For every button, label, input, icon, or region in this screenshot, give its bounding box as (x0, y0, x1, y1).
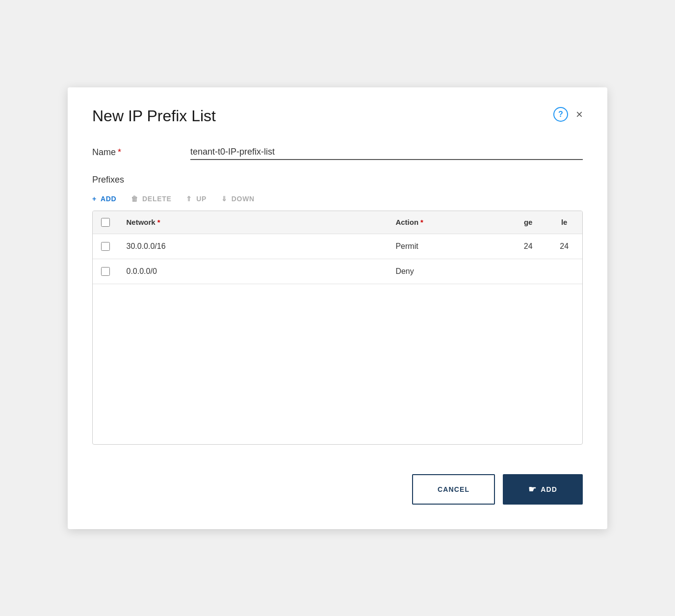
row1-checkbox-cell (93, 234, 119, 259)
name-label: Name* (92, 147, 190, 158)
row2-checkbox-cell (93, 259, 119, 284)
close-icon[interactable]: × (576, 108, 583, 120)
row2-network[interactable]: 0.0.0.0/0 (119, 259, 388, 284)
select-all-checkbox[interactable] (101, 218, 110, 227)
empty-table-row (93, 284, 582, 406)
table-row: 0.0.0.0/0 Deny (93, 259, 582, 284)
down-button-label: DOWN (232, 195, 255, 203)
row1-action[interactable]: Permit (388, 234, 510, 259)
delete-button[interactable]: 🗑 DELETE (131, 195, 171, 203)
row1-ge[interactable]: 24 (510, 234, 546, 259)
th-ge: ge (510, 211, 546, 234)
add-button[interactable]: ☛ ADD (503, 474, 583, 505)
prefixes-label: Prefixes (92, 175, 583, 185)
help-icon[interactable]: ? (553, 107, 568, 122)
up-button-label: UP (196, 195, 207, 203)
row2-checkbox[interactable] (101, 267, 110, 276)
row2-le[interactable] (546, 259, 582, 284)
down-icon: ⇓ (221, 195, 228, 203)
up-button[interactable]: ⇑ UP (186, 195, 207, 203)
prefixes-toolbar: + ADD 🗑 DELETE ⇑ UP ⇓ DOWN (92, 195, 583, 203)
new-ip-prefix-list-dialog: New IP Prefix List ? × Name* Prefixes + … (68, 87, 607, 529)
row1-le[interactable]: 24 (546, 234, 582, 259)
row2-ge[interactable] (510, 259, 546, 284)
dialog-title: New IP Prefix List (92, 107, 216, 125)
th-network: Network* (119, 211, 388, 234)
down-button[interactable]: ⇓ DOWN (221, 195, 255, 203)
prefixes-table: Network* Action* ge le 30.0.0. (93, 211, 582, 407)
add-prefix-button[interactable]: + ADD (92, 195, 116, 203)
cancel-button[interactable]: CANCEL (412, 474, 495, 505)
dialog-header: New IP Prefix List ? × (92, 107, 583, 125)
name-field-row: Name* (92, 145, 583, 160)
hand-cursor-icon: ☛ (528, 484, 537, 495)
add-button-footer-label: ADD (541, 485, 557, 493)
up-icon: ⇑ (186, 195, 192, 203)
delete-button-label: DELETE (142, 195, 171, 203)
trash-icon: 🗑 (131, 195, 138, 203)
plus-icon: + (92, 195, 97, 203)
table-header-row: Network* Action* ge le (93, 211, 582, 234)
row1-network[interactable]: 30.0.0.0/16 (119, 234, 388, 259)
th-le: le (546, 211, 582, 234)
prefixes-table-container: Network* Action* ge le 30.0.0. (92, 211, 583, 445)
header-icons: ? × (553, 107, 583, 122)
dialog-footer: CANCEL ☛ ADD (92, 464, 583, 505)
name-input[interactable] (190, 145, 583, 160)
th-action: Action* (388, 211, 510, 234)
row2-action[interactable]: Deny (388, 259, 510, 284)
table-row: 30.0.0.0/16 Permit 24 24 (93, 234, 582, 259)
add-button-label: ADD (101, 195, 116, 203)
th-checkbox (93, 211, 119, 234)
row1-checkbox[interactable] (101, 242, 110, 251)
